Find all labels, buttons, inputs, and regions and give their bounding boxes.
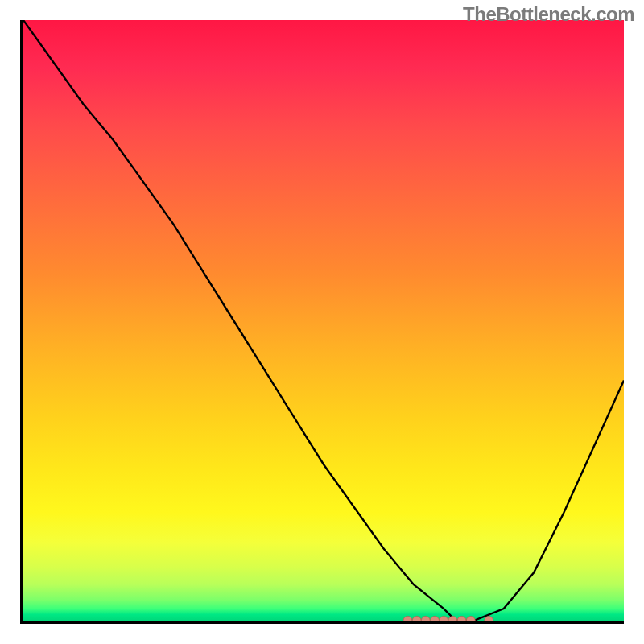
marker-point-icon: [421, 617, 430, 621]
chart-container: TheBottleneck.com: [0, 0, 644, 644]
marker-point-icon: [440, 617, 448, 621]
watermark-text: TheBottleneck.com: [463, 3, 634, 26]
marker-point-icon: [403, 617, 412, 621]
marker-point-icon: [485, 617, 493, 621]
marker-point-icon: [466, 617, 475, 621]
marker-point-icon: [448, 617, 457, 621]
marker-group: [403, 617, 493, 621]
plot-area: [20, 20, 624, 624]
marker-point-icon: [412, 617, 421, 621]
marker-layer: [23, 20, 624, 621]
marker-point-icon: [457, 617, 466, 621]
marker-point-icon: [431, 617, 440, 621]
